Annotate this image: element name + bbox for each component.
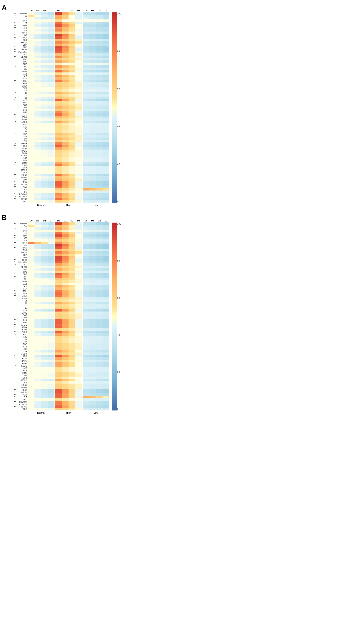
heatmap-cell <box>41 34 48 36</box>
heatmap-cell <box>75 87 82 89</box>
colorbar-label: 0 <box>117 408 121 411</box>
heatmap-cell <box>41 123 48 125</box>
heatmap-cell <box>55 295 62 297</box>
heatmap-cell <box>41 174 48 176</box>
heatmap-cell <box>28 12 34 15</box>
heatmap-cell <box>41 29 48 32</box>
heatmap-cell <box>75 106 82 109</box>
heatmap-cell <box>34 290 41 292</box>
heatmap-cell <box>48 183 54 186</box>
heatmap-cell <box>75 27 82 29</box>
heatmap-cell <box>34 256 41 259</box>
heatmap-cell <box>96 295 103 297</box>
sig-label: *** <box>11 389 16 391</box>
heatmap-row <box>28 80 109 82</box>
heatmap-cell <box>62 157 68 159</box>
heatmap-row <box>28 97 109 99</box>
heatmap-cell <box>55 357 62 360</box>
heatmap-cell <box>62 374 68 377</box>
heatmap-cell <box>28 234 34 237</box>
heatmap-cell <box>96 364 103 367</box>
heatmap-cell <box>41 369 48 372</box>
row-label: PA <box>11 341 27 343</box>
heatmap-cell <box>83 75 89 77</box>
gene-label: HGB <box>17 159 27 162</box>
heatmap-cell <box>28 159 34 162</box>
heatmap-cell <box>83 285 89 287</box>
heatmap-cell <box>89 338 96 340</box>
heatmap-cell <box>75 166 82 169</box>
heatmap-cell <box>75 345 82 348</box>
heatmap-cell <box>48 321 54 324</box>
heatmap-cell <box>62 326 68 328</box>
sig-label: *** <box>11 70 16 72</box>
heatmap-cell <box>55 285 62 287</box>
heatmap-cell <box>48 181 54 183</box>
heatmap-cell <box>48 314 54 316</box>
heatmap-cell <box>103 271 109 273</box>
heatmap-cell <box>55 381 62 384</box>
heatmap-cell <box>28 188 34 190</box>
heatmap-cell <box>103 166 109 169</box>
heatmap-cell <box>41 162 48 164</box>
heatmap-cell <box>41 256 48 259</box>
heatmap-cell <box>41 72 48 75</box>
heatmap-cell <box>96 389 103 391</box>
heatmap-cell <box>48 188 54 190</box>
heatmap-cell <box>48 311 54 314</box>
heatmap-cell <box>62 130 68 133</box>
heatmap-cell <box>62 369 68 372</box>
heatmap-cell <box>41 377 48 379</box>
heatmap-cell <box>41 343 48 345</box>
heatmap-row <box>28 22 109 24</box>
heatmap-cell <box>96 48 103 51</box>
heatmap-cell <box>96 99 103 101</box>
heatmap-cell <box>83 244 89 246</box>
heatmap-cell <box>96 271 103 273</box>
heatmap-cell <box>89 77 96 80</box>
sig-label: * <box>11 285 16 287</box>
heatmap-cell <box>75 331 82 333</box>
gene-label: MPV <box>17 179 27 181</box>
heatmap-cell <box>28 343 34 345</box>
heatmap-cell <box>55 65 62 68</box>
heatmap-cell <box>103 24 109 27</box>
heatmap-cell <box>83 280 89 283</box>
heatmap-cell <box>41 295 48 297</box>
heatmap-cell <box>62 314 68 316</box>
bottom-group-labels: NormalHighLow <box>28 203 109 207</box>
heatmap-cell <box>62 261 68 263</box>
heatmap-cell <box>48 287 54 290</box>
heatmap-cell <box>28 360 34 362</box>
heatmap-cell <box>89 232 96 234</box>
row-label: ***5-NT <box>11 321 27 324</box>
heatmap-row <box>28 268 109 271</box>
heatmap-cell <box>48 234 54 237</box>
heatmap-cell <box>103 321 109 324</box>
heatmap-cell <box>48 227 54 230</box>
heatmap-cell <box>55 239 62 242</box>
heatmap-cell <box>103 89 109 92</box>
heatmap-cell <box>89 159 96 162</box>
heatmap-cell <box>41 275 48 278</box>
heatmap-cell <box>103 145 109 147</box>
heatmap-cell <box>41 183 48 186</box>
heatmap-cell <box>89 249 96 251</box>
heatmap-cell <box>103 116 109 118</box>
heatmap-cell <box>55 283 62 285</box>
heatmap-cell <box>89 152 96 154</box>
heatmap-cell <box>103 154 109 157</box>
heatmap-cell <box>48 309 54 311</box>
heatmap-cell <box>103 92 109 94</box>
colorbar-label: 80 <box>117 50 121 53</box>
heatmap-cell <box>68 408 75 410</box>
row-label: **Na <box>11 97 27 99</box>
heatmap-row <box>28 350 109 352</box>
heatmap-cell <box>83 142 89 145</box>
heatmap-cell <box>96 162 103 164</box>
heatmap-cell <box>89 195 96 198</box>
heatmap-cell <box>89 403 96 405</box>
heatmap-cell <box>68 125 75 128</box>
heatmap-cell <box>28 374 34 377</box>
row-label: ***Myoglobin <box>11 51 27 53</box>
